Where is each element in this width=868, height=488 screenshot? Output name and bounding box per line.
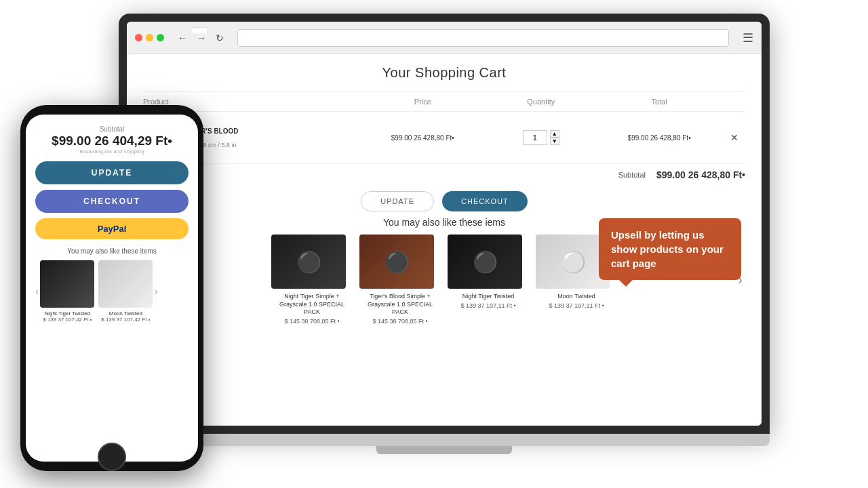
quantity-up-button[interactable]: ▲ [550,130,559,138]
upsell-item-image-2: ⚫ [359,235,434,289]
laptop-stand [376,446,512,454]
upsell-item-price-2: $ 145 38 708,85 Ft • [359,318,441,325]
quantity-steppers: ▲ ▼ [550,130,559,145]
phone-home-button[interactable] [98,443,126,471]
upsell-item-price-3: $ 139 37 107,11 Ft • [448,302,529,309]
col-total: Total [595,98,724,106]
upsell-tooltip: Upsell by letting us show products on yo… [599,218,741,280]
maximize-button-icon[interactable] [157,34,164,41]
upsell-item-name-4: Moon Twisted [536,293,617,301]
phone-upsell-title: You may also like these items [35,247,189,255]
phone: Subtotal $99.00 26 404,29 Ft• Excluding … [20,105,203,471]
col-remove [724,98,745,106]
phone-upsell-img-1 [40,260,94,308]
laptop-outer: ← → ↻ ☰ Your Shopping Cart Product Price [119,14,770,434]
list-item: Moon Twisted $ 139 37 107,42 Ft • [98,260,153,323]
close-button-icon[interactable] [135,34,142,41]
col-quantity: Quantity [487,98,595,106]
quantity-down-button[interactable]: ▼ [550,138,559,145]
product-total: $99.00 26 428,80 Ft• [595,134,724,142]
upsell-item-name-1: Night Tiger Simple + Grayscale 1.0 SPECI… [271,293,353,317]
upsell-item-name-2: Tiger's Blood Simple + Grayscale 1.0 SPE… [359,293,441,317]
upsell-item-price-1: $ 145 38 708,85 Ft • [271,318,353,325]
phone-upsell-price-2: $ 139 37 107,42 Ft • [98,317,153,323]
phone-upsell-img-2 [98,260,153,308]
subtotal-amount: $99.00 26 428,80 Ft• [656,169,745,180]
traffic-lights [135,34,164,41]
img-inner: ⚫ [271,235,346,289]
back-button[interactable]: ← [175,31,190,45]
phone-update-button[interactable]: UPDATE [35,161,189,184]
laptop-base [119,434,770,446]
phone-upsell-price-1: $ 139 37 107,42 Ft • [40,317,94,323]
phone-carousel: ‹ Night Tiger Twisted $ 139 37 107,42 Ft… [35,260,189,323]
phone-paypal-button[interactable]: PayPal [35,218,189,239]
cart-table: Product Price Quantity Total ⚫ [143,92,745,164]
upsell-item-price-4: $ 139 37 107,11 Ft • [536,302,617,309]
upsell-item-image-3: ⚫ [448,235,522,289]
browser-chrome: ← → ↻ ☰ [127,22,762,54]
phone-upsell-name-2: Moon Twisted [98,310,153,317]
remove-item-button[interactable]: ✕ [724,132,745,143]
phone-subtotal-amount: $99.00 26 404,29 Ft• [35,134,189,148]
product-price: $99.00 26 428,80 Ft• [358,134,487,142]
menu-icon[interactable]: ☰ [743,30,753,45]
cart-actions: UPDATE CHECKOUT [143,191,745,211]
refresh-button[interactable]: ↻ [213,31,226,45]
subtotal-row: Subtotal $99.00 26 428,80 Ft• [143,164,745,186]
list-item: ⚫ Night Tiger Twisted $ 139 37 107,11 Ft… [448,235,529,325]
phone-upsell-items: Night Tiger Twisted $ 139 37 107,42 Ft •… [40,260,153,323]
upsell-item-image-1: ⚫ [271,235,346,289]
phone-screen: Subtotal $99.00 26 404,29 Ft• Excluding … [26,115,198,462]
table-row: ⚫ TIGER'S BLOOD verrori S - 14.8 cm / 5.… [143,112,745,164]
upsell-item-name-3: Night Tiger Twisted [448,293,529,301]
list-item: Night Tiger Twisted $ 139 37 107,42 Ft • [40,260,94,323]
address-bar[interactable] [237,29,729,47]
phone-upsell-name-1: Night Tiger Twisted [40,310,94,317]
update-cart-button[interactable]: UPDATE [361,191,434,211]
minimize-button-icon[interactable] [146,34,153,41]
phone-subtotal-label: Subtotal [35,125,189,133]
phone-excl-text: Excluding tax and shipping [35,148,189,155]
page-title: Your Shopping Cart [143,65,745,81]
phone-carousel-prev[interactable]: ‹ [35,285,39,298]
col-price: Price [358,98,487,106]
list-item: ⚫ Night Tiger Simple + Grayscale 1.0 SPE… [271,235,353,325]
img-inner: ⚫ [359,235,434,289]
quantity-input[interactable] [523,130,547,145]
cart-table-header: Product Price Quantity Total [143,92,745,112]
quantity-cell[interactable]: ▲ ▼ [487,130,595,145]
list-item: ⚫ Tiger's Blood Simple + Grayscale 1.0 S… [359,235,441,325]
laptop: ← → ↻ ☰ Your Shopping Cart Product Price [119,14,770,461]
phone-checkout-button[interactable]: CHECKOUT [35,190,189,213]
checkout-button[interactable]: CHECKOUT [442,191,528,211]
laptop-screen: ← → ↻ ☰ Your Shopping Cart Product Price [127,22,762,426]
subtotal-label: Subtotal [618,171,646,179]
phone-carousel-next[interactable]: › [154,285,157,298]
img-inner: ⚫ [448,235,522,289]
